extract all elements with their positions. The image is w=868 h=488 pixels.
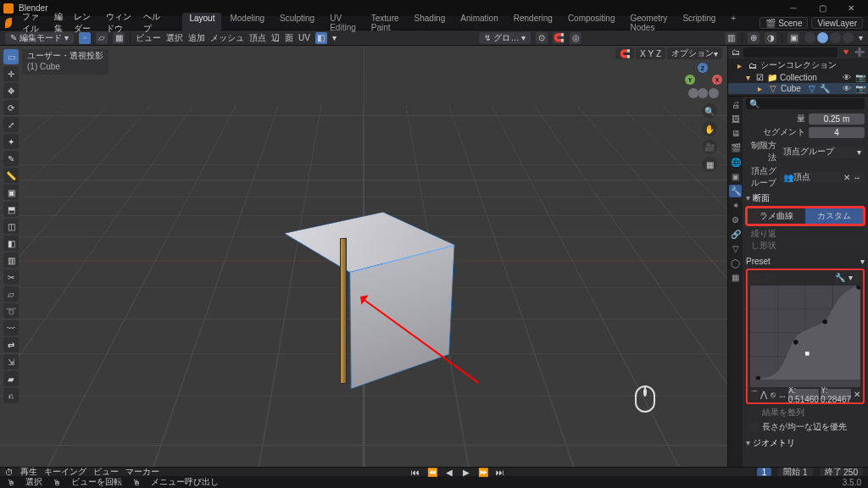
curve-y-value[interactable]: Y: 0.28467: [821, 389, 851, 400]
jump-end-icon[interactable]: ⏭: [495, 468, 505, 476]
outliner-search[interactable]: [743, 47, 837, 58]
tab-scripting[interactable]: Scripting: [676, 13, 722, 33]
tab-shading[interactable]: Shading: [408, 13, 453, 33]
jump-start-icon[interactable]: ⏮: [410, 468, 420, 476]
spin-tool[interactable]: ➰: [3, 303, 19, 319]
orientation-dropdown[interactable]: ↯グロ…▾: [479, 32, 531, 44]
tab-add[interactable]: +: [724, 13, 743, 33]
camera-button[interactable]: 🎥: [702, 139, 717, 154]
modifier-icon[interactable]: 🔧: [821, 84, 830, 93]
ptab-texture[interactable]: ▦: [729, 271, 742, 284]
rendered-shading-icon[interactable]: [843, 32, 854, 43]
zoom-button[interactable]: 🔍: [702, 103, 717, 119]
ptab-modifier[interactable]: 🔧: [729, 185, 742, 197]
curve-clip-icon[interactable]: 🔧: [835, 273, 847, 284]
vertex-select-icon[interactable]: ▫: [79, 32, 91, 44]
curve-x-value[interactable]: X: 0.51460: [788, 389, 819, 400]
tab-sculpting[interactable]: Sculpting: [273, 13, 321, 33]
render-toggle[interactable]: 📷: [855, 84, 865, 93]
solid-shading-icon[interactable]: [817, 32, 828, 43]
window-menu[interactable]: ウィンドウ: [106, 11, 135, 35]
vertex-menu[interactable]: 頂点: [249, 32, 266, 44]
vgroup-value[interactable]: 👥 頂点✕ ↔: [780, 172, 865, 183]
tab-animation[interactable]: Animation: [453, 13, 504, 33]
edge-menu[interactable]: 辺: [271, 32, 280, 44]
exclude-toggle[interactable]: 👁: [843, 73, 852, 82]
rip-tool[interactable]: ⎌: [3, 388, 19, 403]
handle-free-icon[interactable]: ⎋: [770, 389, 777, 400]
overlay-toggle-icon[interactable]: ◑: [765, 32, 776, 44]
preset-label[interactable]: Preset: [746, 257, 771, 266]
shrink-tool[interactable]: ⇲: [3, 354, 19, 369]
meshdata-icon[interactable]: ▽: [808, 84, 817, 93]
add-menu[interactable]: 追加: [188, 32, 205, 44]
move-tool[interactable]: ✥: [3, 83, 19, 98]
viewport-3d[interactable]: ▭ ✛ ✥ ⟳ ⤢ ✦ ✎ 📏 ▣ ⬒ ◫ ◧ ▥ ✂ ▱ ➰ 〰 ⇄ ⇲ ▰ …: [0, 46, 727, 467]
segments-value[interactable]: 4: [809, 127, 865, 138]
knife-tool[interactable]: ✂: [3, 269, 19, 285]
ptab-particle[interactable]: ✶: [729, 199, 742, 212]
curve-zoomin-icon[interactable]: [750, 273, 762, 284]
gizmo-toggle-icon[interactable]: ⊕: [748, 32, 760, 44]
axis-lock-x[interactable]: 🧲: [615, 47, 634, 59]
object-row[interactable]: ▸ ▽ Cube ▽ 🔧 👁 📷: [728, 83, 868, 94]
handle-auto-icon[interactable]: ⌒: [750, 389, 759, 400]
snap-icon[interactable]: 🧲: [553, 32, 565, 44]
profile-superellipse[interactable]: ラメ曲線: [748, 208, 805, 224]
measure-tool[interactable]: 📏: [3, 168, 19, 183]
tab-modeling[interactable]: Modeling: [223, 13, 271, 33]
filter-icon[interactable]: 🔻: [841, 47, 851, 57]
ptab-object[interactable]: ▣: [729, 170, 742, 183]
view-menu[interactable]: ビュー: [136, 32, 161, 44]
uv-sync-icon[interactable]: ◧: [315, 32, 327, 44]
axis-lock-labels[interactable]: X Y Z: [636, 47, 665, 59]
tab-layout[interactable]: Layout: [182, 13, 221, 33]
ptab-mesh[interactable]: ▽: [729, 242, 742, 255]
tab-rendering[interactable]: Rendering: [507, 13, 559, 33]
handle-vector-icon[interactable]: ⋀: [760, 389, 768, 400]
curve-delete-icon[interactable]: ✕: [853, 389, 860, 400]
scene-field[interactable]: 🎬Scene: [760, 17, 808, 29]
profile-custom[interactable]: カスタム: [805, 208, 863, 224]
pan-button[interactable]: ✋: [702, 121, 717, 136]
annotate-tool[interactable]: ✎: [3, 151, 19, 166]
miter-value[interactable]: [780, 235, 865, 246]
cube-object[interactable]: [288, 215, 448, 359]
render-menu[interactable]: レンダー: [74, 11, 97, 35]
select-menu[interactable]: 選択: [166, 32, 183, 44]
ptab-world[interactable]: 🌐: [729, 156, 742, 169]
ptab-constraint[interactable]: 🔗: [729, 228, 742, 241]
shear-tool[interactable]: ▰: [3, 371, 19, 386]
extrude-tool[interactable]: ⬒: [3, 202, 19, 217]
ptab-render[interactable]: 🖨: [729, 98, 742, 111]
curve-menu-icon[interactable]: ▾: [849, 273, 860, 284]
nav-gizmo[interactable]: Z X Y: [685, 63, 721, 98]
new-collection-icon[interactable]: ➕: [854, 47, 865, 57]
propedit-icon[interactable]: ◎: [570, 32, 581, 44]
loopcut-tool[interactable]: ▥: [3, 252, 19, 268]
ptab-viewlayer[interactable]: 🖥: [729, 127, 742, 140]
ptab-scene[interactable]: 🎬: [729, 141, 742, 154]
keyframe-next-icon[interactable]: ⏩: [478, 468, 488, 476]
keyframe-prev-icon[interactable]: ⏪: [427, 468, 437, 476]
face-select-icon[interactable]: ▦: [113, 32, 125, 44]
transform-tool[interactable]: ✦: [3, 134, 19, 149]
xray-icon[interactable]: ▣: [787, 32, 799, 44]
play-reverse-icon[interactable]: ◀: [444, 468, 454, 476]
current-frame-field[interactable]: 1: [757, 468, 772, 476]
handle-align-icon[interactable]: ⎵: [779, 389, 787, 400]
ptab-output[interactable]: 🖼: [729, 113, 742, 125]
section-profile[interactable]: 断面: [746, 192, 865, 204]
persp-button[interactable]: ▦: [702, 157, 717, 172]
end-frame-field[interactable]: 終了 250: [820, 468, 863, 476]
polybuild-tool[interactable]: ▱: [3, 286, 19, 302]
clamp-checkbox[interactable]: [749, 408, 759, 418]
smooth-tool[interactable]: 〰: [3, 320, 19, 336]
maximize-button[interactable]: ▢: [809, 1, 836, 16]
play-icon[interactable]: ▶: [461, 468, 471, 476]
selectable-toggle[interactable]: 📷: [855, 73, 865, 82]
wireframe-shading-icon[interactable]: [804, 32, 815, 43]
viewlayer-field[interactable]: ViewLayer: [811, 17, 863, 29]
uv-menu[interactable]: UV: [298, 33, 310, 42]
edgeslide-tool[interactable]: ⇄: [3, 337, 19, 352]
